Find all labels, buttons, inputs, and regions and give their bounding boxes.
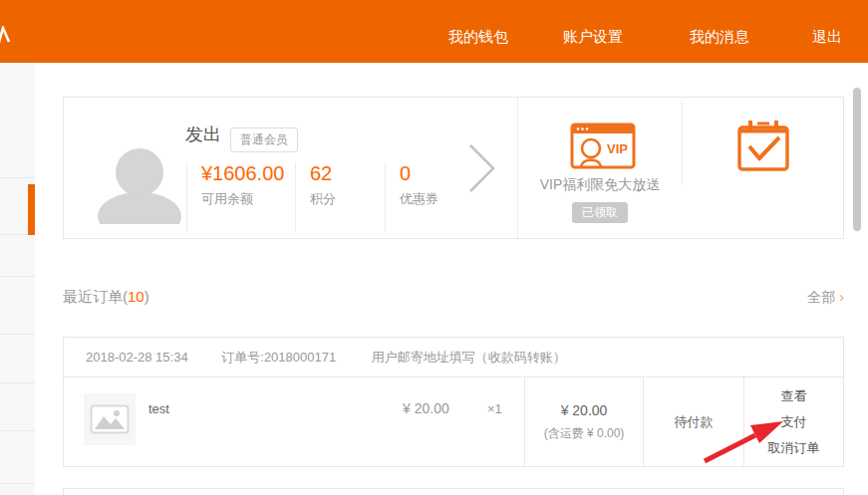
product-thumbnail[interactable] — [84, 393, 136, 445]
user-stats: ¥1606.00 可用余额 62 积分 0 优惠券 — [186, 162, 484, 232]
order-card: 2018-02-28 15:34 订单号:2018000171 用户邮寄地址填写… — [63, 337, 844, 467]
points-label: 积分 — [310, 190, 385, 208]
orders-section-title: 最近订单(10) — [63, 288, 149, 307]
orders-title-prefix: 最近订单( — [63, 288, 128, 305]
avatar-shoulders-shape — [98, 192, 181, 224]
sidebar-item[interactable] — [0, 277, 35, 335]
order-product-cell: test ¥ 20.00 ×1 — [64, 377, 524, 466]
orders-title-suffix: ) — [145, 288, 149, 305]
chevron-right-icon[interactable] — [466, 141, 498, 195]
order-datetime: 2018-02-28 15:34 — [86, 350, 188, 365]
avatar[interactable] — [98, 148, 181, 224]
stat-balance[interactable]: ¥1606.00 可用余额 — [186, 162, 295, 232]
sidebar-item[interactable] — [0, 431, 35, 484]
sidebar-item[interactable] — [0, 63, 35, 178]
calendar-check-icon — [735, 116, 791, 175]
nav-my-wallet[interactable]: 我的钱包 — [448, 28, 508, 47]
sidebar — [0, 63, 35, 495]
member-level-badge: 普通会员 — [230, 127, 298, 152]
order-shipping-note: (含运费 ¥ 0.00) — [544, 425, 625, 442]
product-price: ¥ 20.00 — [403, 400, 449, 416]
cancel-order-link[interactable]: 取消订单 — [768, 435, 820, 461]
orders-section-header: 最近订单(10) 全部› — [63, 288, 844, 308]
vip-browser-icon: VIP — [570, 123, 636, 169]
order-header-row: 2018-02-28 15:34 订单号:2018000171 用户邮寄地址填写… — [64, 338, 843, 377]
nav-my-messages[interactable]: 我的消息 — [690, 28, 749, 47]
page: 我的钱包 账户设置 我的消息 退出 发出 普通会员 ¥1606.00 可用余额 — [0, 0, 868, 495]
sidebar-item[interactable] — [0, 383, 35, 431]
order-status-cell: 待付款 — [643, 377, 743, 466]
claimed-badge: 已领取 — [572, 202, 628, 223]
logo-icon — [0, 26, 12, 48]
order-body-row: test ¥ 20.00 ×1 ¥ 20.00 (含运费 ¥ 0.00) 待付款… — [64, 377, 843, 466]
vertical-scrollbar[interactable] — [853, 88, 861, 231]
top-header-bar: 我的钱包 账户设置 我的消息 退出 — [0, 0, 868, 63]
order-note: 用户邮寄地址填写（收款码转账） — [372, 350, 566, 365]
sign-in-calendar-block[interactable] — [683, 98, 844, 238]
product-name[interactable]: test — [148, 401, 169, 416]
username: 发出 — [185, 123, 221, 146]
order-number: 订单号:2018000171 — [221, 350, 336, 365]
avatar-head-shape — [116, 148, 163, 196]
order-status-badge: 待付款 — [675, 413, 714, 431]
balance-value: ¥1606.00 — [201, 162, 295, 185]
sidebar-item[interactable] — [0, 235, 35, 277]
sidebar-active-indicator — [28, 184, 35, 235]
order-total-cell: ¥ 20.00 (含运费 ¥ 0.00) — [524, 377, 643, 466]
user-info-card: 发出 普通会员 ¥1606.00 可用余额 62 积分 0 优惠券 — [63, 97, 844, 239]
nav-account-settings[interactable]: 账户设置 — [563, 28, 623, 47]
sidebar-item-active[interactable] — [0, 178, 35, 235]
order-total-amount: ¥ 20.00 — [561, 402, 608, 418]
next-order-card-partial — [63, 488, 844, 495]
order-actions-cell: 查看 支付 取消订单 — [743, 377, 843, 466]
svg-text:VIP: VIP — [607, 141, 628, 156]
product-quantity: ×1 — [487, 401, 502, 416]
vip-promo-block[interactable]: VIP VIP福利限免大放送 已领取 — [518, 98, 682, 238]
view-all-label: 全部 — [807, 289, 835, 305]
view-all-chevron-icon: › — [839, 289, 844, 305]
image-placeholder-icon — [90, 404, 130, 434]
nav-logout[interactable]: 退出 — [812, 28, 842, 47]
sidebar-item[interactable] — [0, 335, 35, 383]
view-order-link[interactable]: 查看 — [781, 383, 807, 409]
stat-points[interactable]: 62 积分 — [295, 162, 385, 232]
view-all-orders-link[interactable]: 全部› — [807, 289, 844, 307]
balance-label: 可用余额 — [201, 190, 295, 208]
sidebar-item — [0, 484, 35, 495]
vip-promo-title: VIP福利限免大放送 — [518, 176, 682, 194]
pay-order-link[interactable]: 支付 — [781, 409, 807, 435]
orders-count: 10 — [128, 288, 145, 305]
